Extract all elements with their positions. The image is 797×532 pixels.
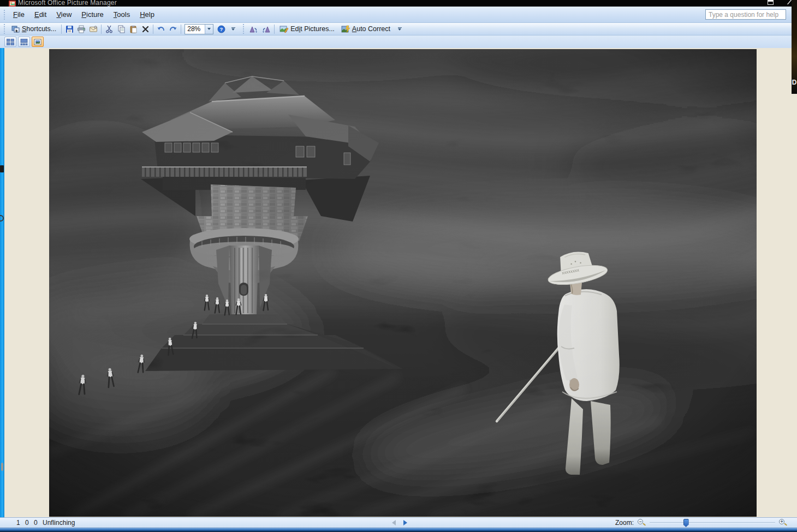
zoom-slider[interactable]	[650, 519, 775, 527]
zoom-slider-thumb[interactable]	[683, 519, 689, 527]
zoom-label: Zoom:	[615, 519, 634, 527]
rotate-right-icon	[261, 25, 271, 33]
cut-icon	[105, 25, 113, 33]
help-question-input[interactable]	[705, 9, 786, 20]
menu-file[interactable]: File	[8, 8, 29, 21]
undo-icon	[157, 25, 165, 33]
thumbnail-view-icon	[7, 39, 14, 45]
app-icon	[9, 1, 16, 7]
copy-button[interactable]	[115, 23, 127, 34]
restore-icon	[768, 0, 774, 5]
single-picture-view-icon	[34, 39, 41, 45]
status-bar: 1 0 0 Unflinching Zoom: − +	[0, 517, 797, 528]
shortcuts-button[interactable]: Shortcuts...	[8, 23, 60, 34]
mail-icon	[89, 25, 98, 33]
window-bottom-edge	[0, 528, 797, 532]
mail-button[interactable]	[87, 23, 99, 34]
menu-view[interactable]: View	[51, 8, 76, 21]
zoom-in-button[interactable]: +	[779, 519, 787, 527]
rotate-left-icon	[249, 25, 258, 33]
separator	[181, 25, 181, 34]
menu-picture[interactable]: Picture	[76, 8, 108, 21]
standard-toolbar: Shortcuts...	[0, 23, 797, 35]
toolbar-drag-handle[interactable]	[3, 23, 6, 34]
screen: Microsoft Office Picture Manager File Ed…	[0, 0, 797, 532]
viewer-content-area: xxxxxxxx	[0, 48, 797, 517]
restore-window-button[interactable]	[766, 0, 775, 6]
rotate-left-button[interactable]	[247, 23, 260, 34]
zoom-combobox[interactable]: 28%	[185, 24, 213, 34]
toolbar2-options-button[interactable]	[396, 23, 403, 34]
photo-unflinching: xxxxxxxx	[49, 49, 757, 517]
window-left-edge	[0, 48, 4, 528]
separator	[274, 25, 275, 34]
paste-icon	[129, 25, 138, 33]
redo-button[interactable]	[167, 23, 179, 34]
edit-pictures-button[interactable]: Edit Pictures...	[276, 23, 338, 34]
single-picture-view-button[interactable]	[32, 37, 44, 47]
menubar-drag-handle[interactable]	[3, 9, 6, 20]
svg-text:?: ?	[219, 26, 223, 32]
auto-correct-icon	[341, 25, 350, 33]
auto-correct-button[interactable]: Auto Correct	[338, 23, 394, 34]
separator	[101, 25, 102, 34]
paste-button[interactable]	[127, 23, 139, 34]
delete-icon	[142, 26, 149, 33]
undo-button[interactable]	[155, 23, 167, 34]
menu-edit[interactable]: Edit	[29, 8, 51, 21]
status-text: 1 0 0 Unflinching	[16, 519, 75, 527]
print-button[interactable]	[75, 23, 87, 34]
separator	[153, 25, 153, 34]
screen-artifact	[1, 463, 3, 471]
toolbar2-drag-handle[interactable]	[242, 23, 245, 34]
view-mode-bar	[0, 35, 797, 48]
redo-icon	[169, 25, 177, 33]
menu-tools[interactable]: Tools	[109, 8, 135, 21]
filmstrip-view-button[interactable]	[18, 37, 30, 47]
photo-canvas: xxxxxxxx	[49, 49, 757, 517]
title-bar: Microsoft Office Picture Manager	[0, 0, 797, 7]
screen-artifact	[0, 165, 4, 172]
zoom-dropdown-button[interactable]	[205, 25, 213, 34]
filmstrip-view-icon	[20, 39, 28, 45]
print-icon	[77, 25, 86, 33]
save-icon	[66, 25, 74, 33]
window-title: Microsoft Office Picture Manager	[18, 0, 117, 7]
menu-help[interactable]: Help	[135, 8, 159, 21]
thumbnail-view-button[interactable]	[4, 37, 16, 47]
copy-icon	[117, 25, 126, 33]
save-button[interactable]	[63, 23, 75, 34]
help-button[interactable]: ?	[215, 23, 227, 34]
titlebar-artifact	[783, 0, 792, 4]
menu-bar: File Edit View Picture Tools Help	[0, 7, 797, 23]
previous-picture-button[interactable]	[392, 520, 396, 525]
overlay-letter: D	[792, 79, 797, 86]
help-icon: ?	[217, 25, 225, 33]
separator	[61, 25, 62, 34]
zoom-slider-track[interactable]	[650, 522, 775, 523]
zoom-out-button[interactable]: −	[638, 519, 646, 527]
rotate-right-button[interactable]	[260, 23, 272, 34]
shortcuts-icon	[11, 25, 20, 33]
zoom-value: 28%	[185, 25, 205, 33]
next-picture-button[interactable]	[403, 520, 407, 525]
chevron-down-icon	[398, 28, 401, 31]
edit-pictures-icon	[279, 25, 289, 33]
delete-button[interactable]	[139, 23, 151, 34]
overlapping-window-strip: D	[792, 0, 797, 94]
toolbar-options-button[interactable]	[229, 23, 237, 34]
chevron-down-icon	[231, 28, 235, 31]
cut-button[interactable]	[103, 23, 115, 34]
chevron-down-icon	[207, 28, 211, 30]
